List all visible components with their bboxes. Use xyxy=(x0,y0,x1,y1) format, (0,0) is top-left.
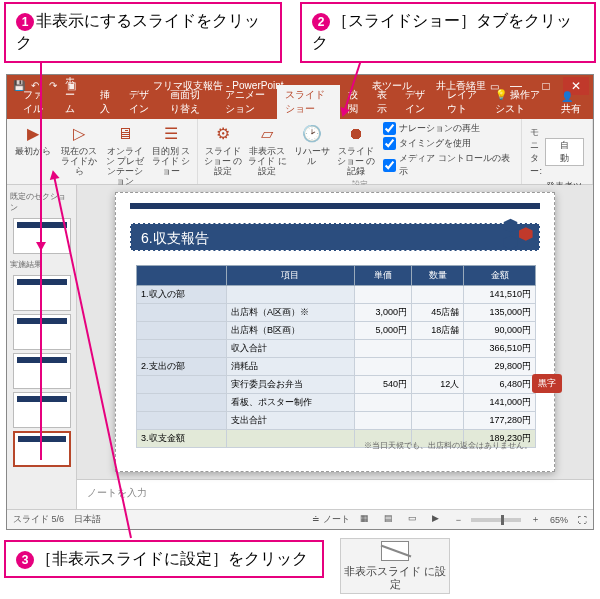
share-button[interactable]: 👤 共有 xyxy=(551,88,593,119)
powerpoint-window: 💾 ↶ ↷ ▣ フリマ収支報告 - PowerPoint 表ツール 井上香緒里 … xyxy=(6,74,594,530)
table-cell[interactable]: 5,000円 xyxy=(354,322,411,340)
tab-transition[interactable]: 画面切り替え xyxy=(162,85,216,119)
table-cell[interactable] xyxy=(137,412,227,430)
table-cell[interactable] xyxy=(354,340,411,358)
zoom-slider[interactable] xyxy=(471,518,521,522)
table-cell[interactable] xyxy=(411,412,463,430)
table-cell[interactable]: 収入合計 xyxy=(227,340,355,358)
table-cell[interactable] xyxy=(411,286,463,304)
table-cell[interactable]: 2.支出の部 xyxy=(137,358,227,376)
zoom-in-button[interactable]: ＋ xyxy=(531,513,540,526)
table-cell[interactable] xyxy=(227,286,355,304)
notes-toggle[interactable]: ≐ ノート xyxy=(312,513,350,526)
custom-slideshow-button[interactable]: ☰目的別 スライド ショー xyxy=(149,121,193,189)
table-cell[interactable]: 18店舗 xyxy=(411,322,463,340)
table-cell[interactable] xyxy=(137,304,227,322)
table-cell[interactable]: 1.収入の部 xyxy=(137,286,227,304)
from-current-button[interactable]: ▷現在のスライドから xyxy=(57,121,101,189)
zoom-out-button[interactable]: − xyxy=(456,515,461,525)
fit-to-window-icon[interactable]: ⛶ xyxy=(578,515,587,525)
table-cell[interactable]: 看板、ポスター制作 xyxy=(227,394,355,412)
tab-design[interactable]: デザイン xyxy=(121,85,163,119)
tab-view[interactable]: 表示 xyxy=(369,85,398,119)
table-cell[interactable]: 出店料（B区画） xyxy=(227,322,355,340)
table-cell[interactable]: 366,510円 xyxy=(464,340,536,358)
table-cell[interactable] xyxy=(411,340,463,358)
setup-slideshow-button[interactable]: ⚙スライド ショー の設定 xyxy=(202,121,244,179)
notes-pane[interactable]: ノートを入力 xyxy=(77,479,593,509)
table-row[interactable]: 出店料（A区画）※3,000円45店舗135,000円 xyxy=(137,304,536,322)
table-cell[interactable]: 45店舗 xyxy=(411,304,463,322)
play-current-icon: ▷ xyxy=(68,123,90,145)
table-row[interactable]: 実行委員会お弁当540円12人6,480円 xyxy=(137,376,536,394)
slideshow-view-icon[interactable]: ▶ xyxy=(432,513,446,527)
table-row[interactable]: 出店料（B区画）5,000円18店舗90,000円 xyxy=(137,322,536,340)
table-row[interactable]: 2.支出の部消耗品29,800円 xyxy=(137,358,536,376)
tab-slideshow[interactable]: スライド ショー xyxy=(277,85,340,119)
table-cell[interactable] xyxy=(411,358,463,376)
table-cell[interactable]: 消耗品 xyxy=(227,358,355,376)
setup-icon: ⚙ xyxy=(212,123,234,145)
table-cell[interactable]: 141,510円 xyxy=(464,286,536,304)
online-icon: 🖥 xyxy=(114,123,136,145)
table-cell[interactable] xyxy=(137,322,227,340)
save-icon[interactable]: 💾 xyxy=(13,80,25,92)
callout-1: 1非表示にするスライドをクリック xyxy=(4,2,282,63)
hide-slide-button[interactable]: ▱非表示スライド に設定 xyxy=(246,121,288,179)
reading-view-icon[interactable]: ▭ xyxy=(408,513,422,527)
table-row[interactable]: 支出合計177,280円 xyxy=(137,412,536,430)
table-cell[interactable]: 90,000円 xyxy=(464,322,536,340)
table-cell[interactable] xyxy=(354,412,411,430)
table-cell[interactable]: 540円 xyxy=(354,376,411,394)
tab-home[interactable]: ホーム xyxy=(57,71,92,119)
table-cell[interactable] xyxy=(411,394,463,412)
tell-me[interactable]: 💡 操作アシスト xyxy=(487,85,551,119)
sorter-view-icon[interactable]: ▤ xyxy=(384,513,398,527)
table-row[interactable]: 看板、ポスター制作141,000円 xyxy=(137,394,536,412)
monitor-select[interactable]: モニター: 自動 xyxy=(530,125,584,179)
table-cell[interactable]: 3.収支金額 xyxy=(137,430,227,448)
hide-slide-button-graphic: 非表示スライド に設定 xyxy=(340,538,450,594)
table-cell[interactable]: 135,000円 xyxy=(464,304,536,322)
table-cell[interactable]: 6,480円 xyxy=(464,376,536,394)
tab-layout[interactable]: レイアウト xyxy=(439,85,487,119)
status-language[interactable]: 日本語 xyxy=(74,513,101,526)
table-row[interactable]: 1.収入の部141,510円 xyxy=(137,286,536,304)
table-row[interactable]: 収入合計366,510円 xyxy=(137,340,536,358)
slideshow-qat-icon[interactable]: ▣ xyxy=(67,80,79,92)
table-cell[interactable]: 177,280円 xyxy=(464,412,536,430)
zoom-level[interactable]: 65% xyxy=(550,515,568,525)
record-button[interactable]: ⏺スライド ショー の記録 xyxy=(335,121,377,179)
table-cell[interactable]: 29,800円 xyxy=(464,358,536,376)
table-cell[interactable] xyxy=(137,394,227,412)
chk-narration[interactable]: ナレーションの再生 xyxy=(383,121,513,136)
present-online-button[interactable]: 🖥オンライン プレゼンテーション xyxy=(103,121,147,189)
table-cell[interactable]: 141,000円 xyxy=(464,394,536,412)
rehearse-button[interactable]: 🕑リハーサル xyxy=(291,121,333,179)
slide-stripe xyxy=(130,203,540,209)
table-cell[interactable] xyxy=(354,286,411,304)
table-cell[interactable] xyxy=(227,430,355,448)
redo-icon[interactable]: ↷ xyxy=(49,80,61,92)
table-cell[interactable] xyxy=(354,358,411,376)
table-cell[interactable]: 実行委員会お弁当 xyxy=(227,376,355,394)
tab-animation[interactable]: アニメーション xyxy=(217,85,278,119)
table-cell[interactable]: 3,000円 xyxy=(354,304,411,322)
from-beginning-button[interactable]: ▶最初から xyxy=(11,121,55,189)
financial-table[interactable]: 項目単価数量金額 1.収入の部141,510円出店料（A区画）※3,000円45… xyxy=(136,265,536,448)
slide-title[interactable]: 6.収支報告 xyxy=(130,223,540,251)
slide-canvas-wrap[interactable]: 6.収支報告 項目単価数量金額 1.収入の部141,510円出店料（A区画）※3… xyxy=(77,185,593,479)
chk-timing[interactable]: タイミングを使用 xyxy=(383,136,513,151)
table-cell[interactable]: 12人 xyxy=(411,376,463,394)
table-cell[interactable]: 出店料（A区画）※ xyxy=(227,304,355,322)
table-cell[interactable] xyxy=(137,376,227,394)
callout-1-num: 1 xyxy=(16,13,34,31)
table-cell[interactable] xyxy=(354,394,411,412)
table-cell[interactable]: 支出合計 xyxy=(227,412,355,430)
table-cell[interactable] xyxy=(137,340,227,358)
chk-media[interactable]: メディア コントロールの表示 xyxy=(383,151,513,179)
tab-table-design[interactable]: デザイン xyxy=(397,85,439,119)
slide-canvas[interactable]: 6.収支報告 項目単価数量金額 1.収入の部141,510円出店料（A区画）※3… xyxy=(115,192,555,472)
normal-view-icon[interactable]: ▦ xyxy=(360,513,374,527)
tab-insert[interactable]: 挿入 xyxy=(92,85,121,119)
